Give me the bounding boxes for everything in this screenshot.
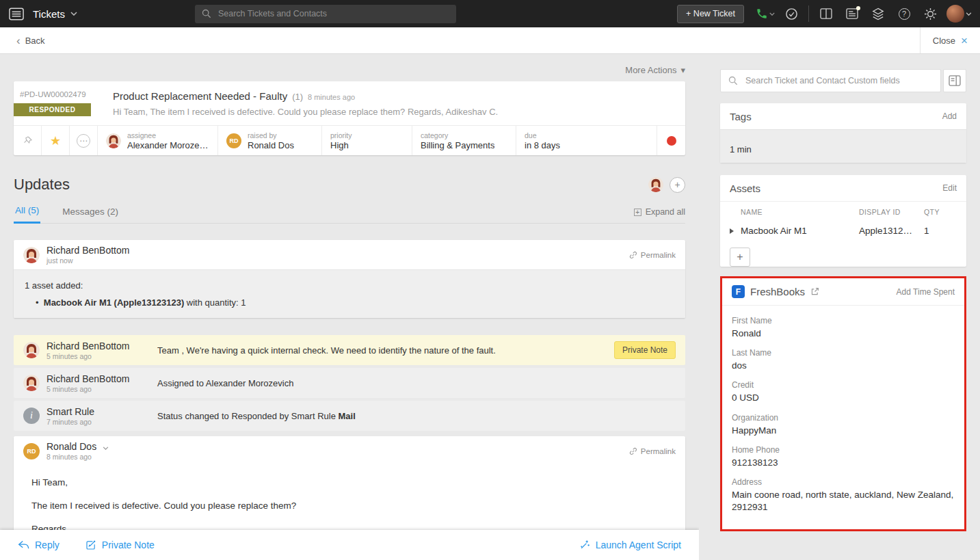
tags-item[interactable]: 1 min <box>720 129 966 163</box>
add-watcher-button[interactable]: + <box>670 177 685 193</box>
pin-icon[interactable] <box>14 126 42 155</box>
phone-icon[interactable] <box>752 0 778 27</box>
ellipsis-glyph: ⋯ <box>79 136 88 146</box>
field-value: HappyMan <box>732 425 955 437</box>
reply-action-bar: Reply Private Note Launch Agent Script <box>0 530 699 560</box>
more-actions-button[interactable]: More Actions ▾ <box>14 54 685 75</box>
freshbooks-highlight-outline: F FreshBooks Add Time Spent First Name R… <box>720 276 966 531</box>
top-navigation-bar: Tickets + New Ticket ? <box>0 0 980 27</box>
caret-down-icon: ▾ <box>680 65 685 75</box>
watcher-avatar[interactable] <box>648 177 663 192</box>
global-search[interactable] <box>195 5 456 23</box>
tags-title: Tags <box>730 111 752 122</box>
assets-edit-button[interactable]: Edit <box>942 183 957 193</box>
back-button[interactable]: ‹ Back <box>0 35 45 46</box>
private-note-button[interactable]: Private Note <box>85 539 155 550</box>
ticket-id: #PD-UW00002479 <box>14 90 105 98</box>
field-label: Home Phone <box>732 445 955 455</box>
red-dot-icon <box>667 136 676 146</box>
note-text[interactable]: Team , We're having a quick internal che… <box>157 345 496 356</box>
update-entry-private-note: Richard BenBottom 5 minutes ago Team , W… <box>14 335 685 365</box>
freshbooks-card: F FreshBooks Add Time Spent First Name R… <box>722 278 964 529</box>
author-name: Smart Rule <box>47 406 94 417</box>
sidebar-panel-toggle-icon[interactable] <box>943 69 966 92</box>
tab-messages[interactable]: Messages (2) <box>61 200 120 223</box>
help-icon[interactable]: ? <box>891 0 917 27</box>
field-label: Credit <box>732 380 955 390</box>
ticket-preview-text: Hi Team, The item I received is defectiv… <box>113 107 674 117</box>
priority-label: priority <box>330 131 352 139</box>
layers-icon[interactable] <box>865 0 891 27</box>
new-ticket-button[interactable]: + New Ticket <box>677 5 744 23</box>
raised-by-label: raised by <box>248 131 294 139</box>
user-menu[interactable] <box>943 0 975 27</box>
more-actions-label: More Actions <box>625 65 676 75</box>
due-field[interactable]: due in 8 days <box>516 126 657 155</box>
due-value: in 8 days <box>525 140 560 150</box>
more-options-icon[interactable]: ⋯ <box>70 126 98 155</box>
custom-fields-search-input[interactable] <box>744 75 933 86</box>
raised-by-avatar: RD <box>226 133 241 148</box>
tab-all[interactable]: All (5) <box>14 199 40 224</box>
author-name[interactable]: Ronald Dos <box>47 441 109 452</box>
permalink-button[interactable]: Permalink <box>629 447 676 455</box>
entry-time: 8 minutes ago <box>47 453 109 461</box>
todo-check-icon[interactable] <box>778 0 804 27</box>
expand-caret-icon[interactable] <box>730 228 734 234</box>
raised-by-field[interactable]: RD raised by Ronald Dos <box>218 126 322 155</box>
launch-agent-script-button[interactable]: Launch Agent Script <box>579 539 681 550</box>
field-label: Last Name <box>732 348 955 358</box>
asset-display-id: Apple1312… <box>859 226 924 236</box>
settings-gear-icon[interactable] <box>917 0 943 27</box>
due-label: due <box>525 131 560 139</box>
ticket-title[interactable]: Product Replacement Needed - Faulty <box>113 90 287 102</box>
close-icon: × <box>961 35 968 46</box>
add-asset-button[interactable]: + <box>730 248 750 267</box>
close-label: Close <box>933 36 955 46</box>
priority-field[interactable]: priority High <box>322 126 412 155</box>
asset-row[interactable]: Macbook Air M1 Apple1312… 1 <box>720 219 966 243</box>
kanban-book-icon[interactable] <box>813 0 839 27</box>
freshbooks-fields: First Name Ronald Last Name dos Credit 0… <box>722 305 964 529</box>
assignee-label: assignee <box>127 131 209 139</box>
author-name-text: Ronald Dos <box>47 441 96 452</box>
external-link-icon[interactable] <box>810 287 819 296</box>
sla-status-indicator <box>657 126 685 155</box>
private-note-badge: Private Note <box>614 341 676 359</box>
author-avatar <box>23 247 40 263</box>
close-button[interactable]: Close × <box>920 27 980 53</box>
entry-time: 7 minutes ago <box>47 418 94 426</box>
field-value: Ronald <box>732 328 955 340</box>
compose-note-icon <box>85 539 96 550</box>
global-search-input[interactable] <box>217 8 449 19</box>
asset-name-bold: Macbook Air M1 (Apple13123123) <box>44 297 184 308</box>
author-name: Richard BenBottom <box>47 245 129 256</box>
tags-add-button[interactable]: Add <box>942 111 957 121</box>
message-line: Hi Team, <box>31 477 667 488</box>
star-icon[interactable]: ★ <box>42 126 70 155</box>
expand-all-button[interactable]: + Expand all <box>634 207 685 223</box>
back-chevron-icon: ‹ <box>16 35 21 46</box>
permalink-button[interactable]: Permalink <box>629 251 676 259</box>
add-time-spent-button[interactable]: Add Time Spent <box>897 287 955 297</box>
permalink-label: Permalink <box>641 251 676 259</box>
assets-table-header: NAME DISPLAY ID QTY <box>720 201 966 219</box>
reply-button[interactable]: Reply <box>18 539 59 550</box>
freshbooks-title: FreshBooks <box>750 286 805 297</box>
notification-dot <box>856 6 860 10</box>
update-entry-asset-added: Richard BenBottom just now Permalink 1 a… <box>14 240 685 318</box>
asset-added-item: • Macbook Air M1 (Apple13123123) with qu… <box>25 297 674 308</box>
assignee-field[interactable]: assignee Alexander Moroze… <box>98 126 218 155</box>
app-switcher-icon[interactable] <box>0 0 33 27</box>
author-avatar <box>23 375 40 391</box>
update-entry-smart-rule: i Smart Rule 7 minutes ago Status change… <box>14 401 685 431</box>
module-switcher[interactable]: Tickets <box>33 8 77 20</box>
status-change-prefix: Status changed to Responded by Smart Rul… <box>157 411 339 421</box>
field-credit: Credit 0 USD <box>732 380 955 404</box>
custom-fields-search[interactable] <box>720 69 941 92</box>
asset-name: Macbook Air M1 <box>741 226 859 236</box>
announcements-icon[interactable] <box>839 0 865 27</box>
category-field[interactable]: category Billing & Payments <box>412 126 516 155</box>
field-value: 0 USD <box>732 392 955 404</box>
field-address: Address Main coone road, north state, au… <box>732 477 955 514</box>
